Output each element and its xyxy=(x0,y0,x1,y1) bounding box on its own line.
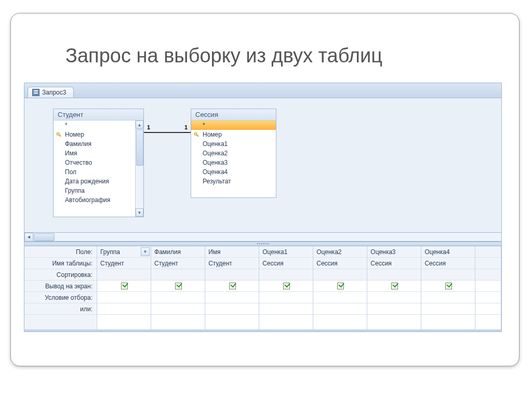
grid-row-labels: Поле:Имя таблицы:Сортировка:Вывод на экр… xyxy=(24,246,97,329)
criteria-cell[interactable] xyxy=(421,292,475,303)
field-cell[interactable]: Фамилия xyxy=(151,246,205,258)
field-row[interactable]: Оценка2 xyxy=(191,149,276,158)
show-cell[interactable] xyxy=(97,281,151,292)
or-cell[interactable] xyxy=(205,303,259,315)
grid-column: ФамилияСтудент xyxy=(151,246,205,329)
field-row[interactable]: Оценка4 xyxy=(191,167,276,177)
criteria-cell[interactable] xyxy=(97,292,151,303)
diagram-area[interactable]: Студент *НомерФамилияИмяОтчествоПолДата … xyxy=(24,98,501,233)
field-row[interactable]: * xyxy=(191,121,276,130)
show-checkbox[interactable] xyxy=(175,283,182,289)
field-row[interactable]: Номер xyxy=(191,130,276,139)
sort-cell[interactable] xyxy=(313,269,367,281)
field-row[interactable]: Автобиография xyxy=(54,195,143,205)
or-cell[interactable] xyxy=(151,303,205,315)
table-session[interactable]: Сессия *НомерОценка1Оценка2Оценка3Оценка… xyxy=(191,109,276,198)
sort-cell[interactable] xyxy=(151,269,205,281)
scroll-up-button[interactable]: ▲ xyxy=(136,121,143,129)
slide-title: Запрос на выборку из двух таблиц xyxy=(65,45,506,67)
diagram-hscroll[interactable]: ◄ xyxy=(24,233,501,242)
table-cell[interactable]: Студент xyxy=(97,258,151,269)
field-name: Дата рождения xyxy=(65,177,109,186)
field-cell[interactable]: Группа▼ xyxy=(97,246,151,258)
field-row[interactable]: Группа xyxy=(54,186,143,195)
access-query-designer: Запрос3 Студент *НомерФамилияИмяОтчество… xyxy=(24,83,502,332)
show-cell[interactable] xyxy=(367,281,421,292)
relationship-line[interactable] xyxy=(144,132,191,133)
show-checkbox[interactable] xyxy=(445,283,452,289)
sort-cell[interactable] xyxy=(421,269,475,281)
show-checkbox[interactable] xyxy=(283,283,290,289)
field-cell[interactable]: Оценка2 xyxy=(313,246,367,258)
show-cell[interactable] xyxy=(259,281,313,292)
field-cell[interactable]: Оценка3 xyxy=(367,246,421,258)
grid-column: ИмяСтудент xyxy=(205,246,259,329)
sort-cell[interactable] xyxy=(97,269,151,281)
scrollbar[interactable]: ▲ ▼ xyxy=(135,121,143,217)
field-row[interactable]: Дата рождения xyxy=(54,177,143,186)
field-row[interactable]: Имя xyxy=(54,149,143,158)
table-cell[interactable]: Студент xyxy=(205,258,259,269)
table-student[interactable]: Студент *НомерФамилияИмяОтчествоПолДата … xyxy=(53,109,144,217)
sort-cell[interactable] xyxy=(259,269,313,281)
show-checkbox[interactable] xyxy=(391,283,398,289)
scroll-down-button[interactable]: ▼ xyxy=(136,208,143,217)
table-cell[interactable]: Студент xyxy=(151,258,205,269)
table-cell[interactable]: Сессия xyxy=(367,258,421,269)
scroll-left-button[interactable]: ◄ xyxy=(24,233,33,242)
field-name: Оценка3 xyxy=(203,158,228,167)
tab-query[interactable]: Запрос3 xyxy=(28,87,74,98)
empty-cell[interactable] xyxy=(475,269,501,281)
show-cell[interactable] xyxy=(205,281,259,292)
sort-cell[interactable] xyxy=(367,269,421,281)
table-cell[interactable]: Сессия xyxy=(421,258,475,269)
show-checkbox[interactable] xyxy=(337,283,344,289)
pane-splitter[interactable] xyxy=(24,242,501,246)
or-cell[interactable] xyxy=(421,303,475,315)
field-list: *НомерОценка1Оценка2Оценка3Оценка4Резуль… xyxy=(191,121,276,197)
grid-label: Поле: xyxy=(24,246,97,258)
or-cell[interactable] xyxy=(259,303,313,315)
show-cell[interactable] xyxy=(151,281,205,292)
grid-column: Оценка1Сессия xyxy=(259,246,313,329)
table-cell[interactable]: Сессия xyxy=(259,258,313,269)
empty-cell[interactable] xyxy=(475,281,501,292)
criteria-cell[interactable] xyxy=(259,292,313,303)
show-cell[interactable] xyxy=(313,281,367,292)
field-cell[interactable]: Оценка4 xyxy=(421,246,475,258)
grid-column: Оценка4Сессия xyxy=(421,246,475,329)
or-cell[interactable] xyxy=(97,303,151,315)
show-checkbox[interactable] xyxy=(121,283,128,289)
empty-cell[interactable] xyxy=(475,246,501,258)
criteria-cell[interactable] xyxy=(313,292,367,303)
criteria-cell[interactable] xyxy=(205,292,259,303)
field-name: Имя xyxy=(65,149,77,158)
criteria-cell[interactable] xyxy=(151,292,205,303)
grid-column-empty xyxy=(475,246,501,329)
field-cell[interactable]: Имя xyxy=(205,246,259,258)
field-row[interactable]: Оценка3 xyxy=(191,158,276,167)
field-row[interactable]: Результат xyxy=(191,177,276,186)
field-row[interactable]: Пол xyxy=(54,167,143,177)
field-row[interactable]: Оценка1 xyxy=(191,139,276,149)
or-cell[interactable] xyxy=(313,303,367,315)
show-checkbox[interactable] xyxy=(229,283,236,289)
field-row[interactable]: * xyxy=(54,121,143,130)
or-cell[interactable] xyxy=(367,303,421,315)
empty-cell[interactable] xyxy=(475,258,501,269)
field-cell[interactable]: Оценка1 xyxy=(259,246,313,258)
field-row[interactable]: Фамилия xyxy=(54,139,143,149)
scroll-thumb[interactable] xyxy=(34,233,55,241)
grid-column: Оценка3Сессия xyxy=(367,246,421,329)
criteria-cell[interactable] xyxy=(367,292,421,303)
table-cell[interactable]: Сессия xyxy=(313,258,367,269)
field-name: Отчество xyxy=(65,158,92,167)
sort-cell[interactable] xyxy=(205,269,259,281)
dropdown-button[interactable]: ▼ xyxy=(141,247,150,256)
show-cell[interactable] xyxy=(421,281,475,292)
field-row[interactable]: Отчество xyxy=(54,158,143,167)
empty-cell[interactable] xyxy=(475,292,501,303)
scroll-thumb[interactable] xyxy=(136,129,143,166)
field-row[interactable]: Номер xyxy=(54,130,143,139)
empty-cell[interactable] xyxy=(475,303,501,315)
